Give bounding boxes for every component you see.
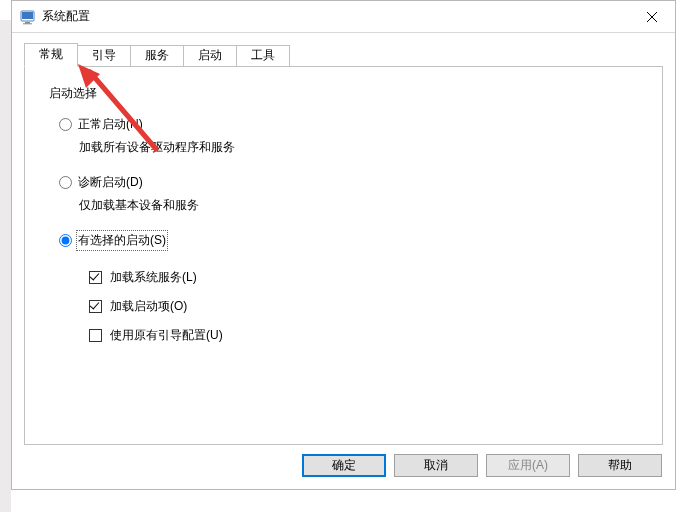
checkbox-original-boot[interactable]: 使用原有引导配置(U) bbox=[89, 327, 638, 344]
tab-strip: 常规 引导 服务 启动 工具 bbox=[24, 43, 663, 67]
cancel-button[interactable]: 取消 bbox=[394, 454, 478, 477]
radio-selective-input[interactable] bbox=[59, 234, 72, 247]
tab-boot[interactable]: 引导 bbox=[77, 45, 131, 67]
background-strip bbox=[0, 20, 11, 512]
radio-normal-startup[interactable]: 正常启动(N) bbox=[59, 116, 638, 133]
radio-selective-label: 有选择的启动(S) bbox=[78, 232, 166, 249]
checkbox-load-startup-box[interactable] bbox=[89, 300, 102, 313]
tab-general[interactable]: 常规 bbox=[24, 43, 78, 67]
tab-tools[interactable]: 工具 bbox=[236, 45, 290, 67]
radio-diagnostic-input[interactable] bbox=[59, 176, 72, 189]
radio-normal-desc: 加载所有设备驱动程序和服务 bbox=[79, 139, 638, 156]
radio-normal-input[interactable] bbox=[59, 118, 72, 131]
tab-startup[interactable]: 启动 bbox=[183, 45, 237, 67]
checkbox-load-services-label: 加载系统服务(L) bbox=[110, 269, 197, 286]
checkbox-original-boot-label: 使用原有引导配置(U) bbox=[110, 327, 223, 344]
svg-rect-3 bbox=[23, 23, 32, 24]
msconfig-dialog: 系统配置 常规 引导 服务 启动 工具 启动选择 正常启动(N) 加载所有设备驱… bbox=[11, 0, 676, 490]
radio-selective-startup[interactable]: 有选择的启动(S) bbox=[59, 232, 638, 249]
radio-normal-label: 正常启动(N) bbox=[78, 116, 143, 133]
tab-content-general: 启动选择 正常启动(N) 加载所有设备驱动程序和服务 诊断启动(D) 仅加载基本… bbox=[24, 67, 663, 445]
msconfig-icon bbox=[20, 9, 36, 25]
help-button[interactable]: 帮助 bbox=[578, 454, 662, 477]
checkbox-original-boot-box[interactable] bbox=[89, 329, 102, 342]
radio-diagnostic-startup[interactable]: 诊断启动(D) bbox=[59, 174, 638, 191]
checkbox-load-services[interactable]: 加载系统服务(L) bbox=[89, 269, 638, 286]
checkbox-load-startup[interactable]: 加载启动项(O) bbox=[89, 298, 638, 315]
svg-rect-2 bbox=[25, 22, 30, 24]
radio-diagnostic-desc: 仅加载基本设备和服务 bbox=[79, 197, 638, 214]
svg-rect-1 bbox=[22, 12, 33, 19]
close-button[interactable] bbox=[629, 1, 675, 32]
window-title: 系统配置 bbox=[42, 8, 90, 25]
radio-diagnostic-label: 诊断启动(D) bbox=[78, 174, 143, 191]
titlebar: 系统配置 bbox=[12, 1, 675, 33]
checkbox-load-startup-label: 加载启动项(O) bbox=[110, 298, 187, 315]
startup-selection-label: 启动选择 bbox=[49, 85, 638, 102]
tab-services[interactable]: 服务 bbox=[130, 45, 184, 67]
apply-button: 应用(A) bbox=[486, 454, 570, 477]
ok-button[interactable]: 确定 bbox=[302, 454, 386, 477]
checkbox-load-services-box[interactable] bbox=[89, 271, 102, 284]
dialog-buttons: 确定 取消 应用(A) 帮助 bbox=[302, 454, 662, 477]
